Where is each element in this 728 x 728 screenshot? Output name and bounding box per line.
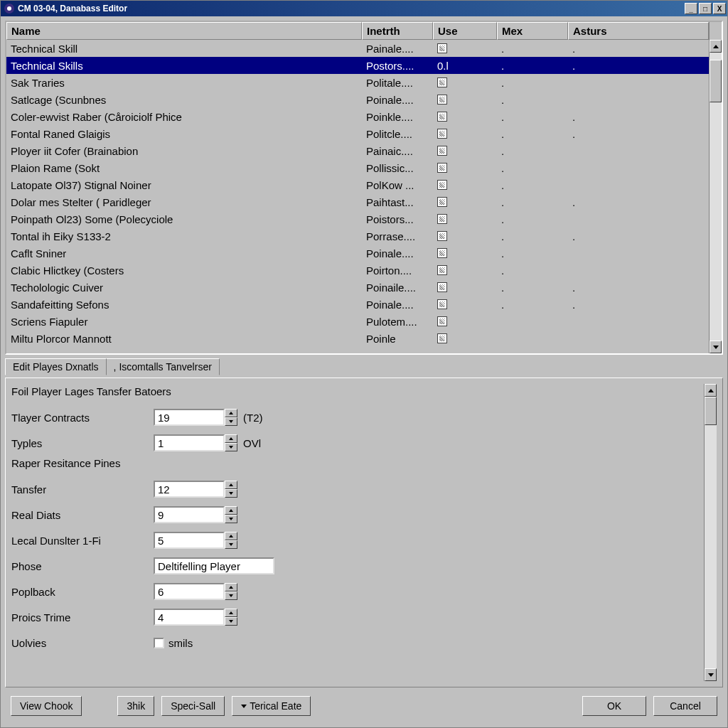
use-box-icon <box>437 163 447 173</box>
cell-asturs: . <box>568 60 709 72</box>
ok-button[interactable]: OK <box>582 696 646 716</box>
poplback-input[interactable]: 6 <box>154 583 225 600</box>
tansfer-input[interactable]: 12 <box>154 481 225 498</box>
maximize-button[interactable]: □ <box>699 3 712 14</box>
cell-use <box>433 231 497 241</box>
real-label: Real Diats <box>11 509 154 521</box>
cell-use <box>433 197 497 207</box>
cell-use: 0.l <box>433 60 497 72</box>
cell-inetrth: Politcle.... <box>362 128 433 140</box>
cell-mex: . <box>497 230 568 242</box>
cell-name: Sandafeitting Sefons <box>6 299 362 311</box>
uolvies-checkbox[interactable] <box>154 638 164 648</box>
cell-use <box>433 43 497 53</box>
cell-inetrth: Painale.... <box>362 43 433 55</box>
speci-sall-button[interactable]: Speci-Sall <box>161 696 225 716</box>
close-button[interactable]: X <box>713 3 726 14</box>
col-inetrth[interactable]: Inetrth <box>362 22 433 40</box>
cell-inetrth: Pollissic... <box>362 162 433 174</box>
table-row[interactable]: Coler-ewvist Raber (Cåroiciolf PhicePoin… <box>6 108 709 125</box>
use-box-icon <box>437 214 447 224</box>
col-mex[interactable]: Mex <box>497 22 568 40</box>
table-row[interactable]: Technical SkillPainale...... <box>6 40 709 57</box>
table-row[interactable]: Sandafeitting SefonsPoinale...... <box>6 296 709 313</box>
table-row[interactable]: Scriens FiapulerPulotem.... <box>6 313 709 330</box>
section2-title: Raper Resitance Pines <box>11 457 701 469</box>
cell-inetrth: Poirton.... <box>362 264 433 277</box>
view-chook-button[interactable]: View Chook <box>11 696 82 716</box>
table-row[interactable]: Techolologic CuiverPoinaile...... <box>6 279 709 296</box>
cell-use <box>433 95 497 105</box>
cell-mex: . <box>497 111 568 123</box>
listview-rows: Technical SkillPainale......Technical Sk… <box>6 40 709 353</box>
proics-spinner[interactable] <box>225 609 237 626</box>
records-listview[interactable]: Name Inetrth Use Mex Asturs Technical Sk… <box>5 21 723 355</box>
bottom-bar: View Chook 3hik Speci-Sall Terical Eate … <box>5 690 723 723</box>
col-use[interactable]: Use <box>433 22 497 40</box>
listview-scrollbar[interactable] <box>709 40 722 353</box>
real-spinner[interactable] <box>225 506 237 523</box>
use-box-icon <box>437 265 447 275</box>
cell-name: Latopate Ol37) Stignal Noiner <box>6 179 362 191</box>
lecal-spinner[interactable] <box>225 532 237 549</box>
form-title: Foil Player Lages Tansfer Batoers <box>11 385 701 397</box>
panel-scroll-down[interactable] <box>705 668 717 681</box>
use-box-icon <box>437 43 447 53</box>
tansfer-spinner[interactable] <box>225 481 237 498</box>
cell-mex: . <box>497 179 568 191</box>
panel-scroll-thumb[interactable] <box>705 397 717 425</box>
use-box-icon <box>437 77 447 87</box>
cell-use <box>433 248 497 258</box>
table-row[interactable]: Plaion Rame (SoktPollissic.... <box>6 159 709 176</box>
cell-inetrth: PolKow ... <box>362 179 433 191</box>
lecal-input[interactable]: 5 <box>154 532 225 549</box>
tab-edit-playes[interactable]: Edit Playes Dxnatls <box>5 358 107 375</box>
contracts-input[interactable]: 19 <box>154 409 225 426</box>
window-title: CM 03-04, Danabass Editor <box>18 4 127 14</box>
terical-eate-button[interactable]: Terical Eate <box>232 696 311 716</box>
scroll-up-button[interactable] <box>710 40 722 53</box>
scroll-down-button[interactable] <box>710 341 722 353</box>
table-row[interactable]: Poinpath Ol23) Some (PolecyciolePoistors… <box>6 210 709 228</box>
cell-asturs: . <box>568 43 709 55</box>
types-spinner[interactable] <box>225 434 237 451</box>
tab-iscomtalls[interactable]: , Iscomtalls Tanvelrser <box>106 358 220 375</box>
table-row[interactable]: Caflt SninerPoinale..... <box>6 245 709 262</box>
cell-inetrth: Poinaile.... <box>362 282 433 294</box>
table-row[interactable]: Miltu Plorcor MannottPoinle <box>6 330 709 347</box>
col-asturs[interactable]: Asturs <box>568 22 709 40</box>
scroll-thumb[interactable] <box>710 60 722 102</box>
contracts-spinner[interactable] <box>225 409 237 426</box>
cell-name: Sak Traries <box>6 77 362 89</box>
table-row[interactable]: Sak TrariesPolitale..... <box>6 74 709 91</box>
cancel-button[interactable]: Cancel <box>653 696 717 716</box>
contracts-suffix: (T2) <box>243 412 263 424</box>
table-row[interactable]: Clabic Hlictkey (CostersPoirton..... <box>6 262 709 279</box>
tansfer-label: Tansfer <box>11 483 154 496</box>
table-row[interactable]: Technical SkillsPostors....0.l.. <box>6 57 709 74</box>
panel-scrollbar[interactable] <box>704 384 717 681</box>
phose-input[interactable]: Deltifelling Player <box>154 557 274 574</box>
table-row[interactable]: Ployer iit Cofer (BrainabionPainaic..... <box>6 142 709 159</box>
poplback-spinner[interactable] <box>225 583 237 600</box>
types-label: Typles <box>11 437 154 449</box>
panel-scroll-up[interactable] <box>705 384 717 397</box>
real-input[interactable]: 9 <box>154 506 225 523</box>
minimize-button[interactable]: _ <box>685 3 697 14</box>
table-row[interactable]: Fontal Raned GlaigisPolitcle...... <box>6 125 709 142</box>
table-row[interactable]: Satlcage (ScunbnesPoinale..... <box>6 91 709 108</box>
table-row[interactable]: Latopate Ol37) Stignal NoinerPolKow .... <box>6 176 709 193</box>
cell-mex: . <box>497 77 568 89</box>
types-input[interactable]: 1 <box>154 434 225 451</box>
contracts-label: Tlayer Contracts <box>11 412 154 424</box>
cell-use <box>433 77 497 87</box>
cell-inetrth: Postors.... <box>362 60 433 72</box>
table-row[interactable]: Dolar mes Stelter ( ParidlegerPaihtast..… <box>6 193 709 210</box>
cell-name: Dolar mes Stelter ( Paridleger <box>6 196 362 208</box>
cell-use <box>433 180 497 190</box>
proics-input[interactable]: 4 <box>154 609 225 626</box>
hik-button[interactable]: 3hik <box>117 696 154 716</box>
cell-inetrth: Poinle <box>362 333 433 345</box>
table-row[interactable]: Tontal ih Eiky S133-2Porrase...... <box>6 228 709 245</box>
col-name[interactable]: Name <box>6 22 362 40</box>
